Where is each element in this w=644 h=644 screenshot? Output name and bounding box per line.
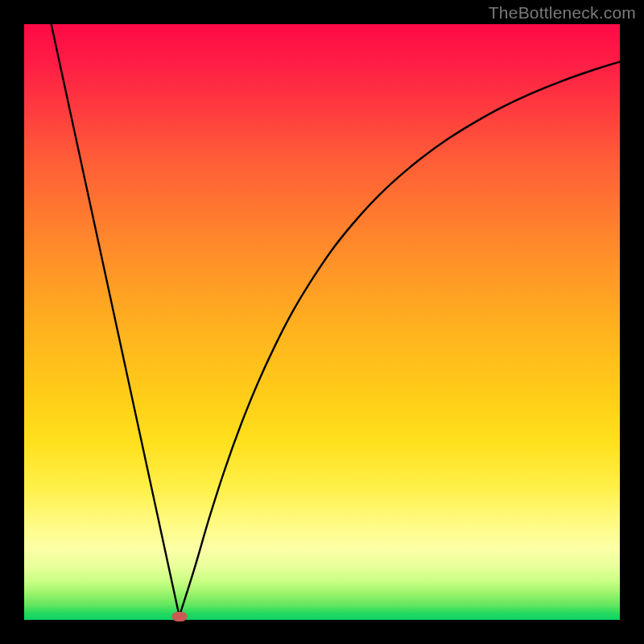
bottleneck-curve bbox=[24, 24, 620, 620]
image-frame: TheBottleneck.com bbox=[0, 0, 644, 644]
minimum-marker bbox=[171, 612, 187, 621]
watermark-text: TheBottleneck.com bbox=[489, 3, 636, 23]
plot-area bbox=[24, 24, 620, 620]
curve-path bbox=[52, 24, 620, 617]
